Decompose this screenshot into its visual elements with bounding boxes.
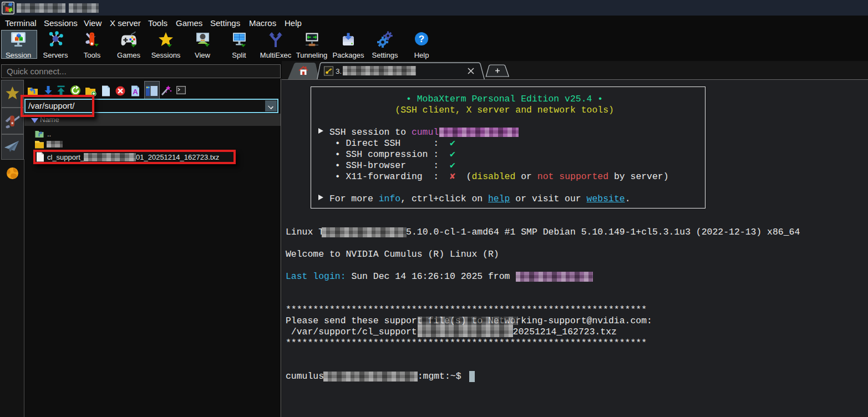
- svg-text:?: ?: [419, 34, 424, 44]
- svg-text:3.: 3.: [336, 67, 342, 75]
- svg-text:A: A: [133, 88, 138, 96]
